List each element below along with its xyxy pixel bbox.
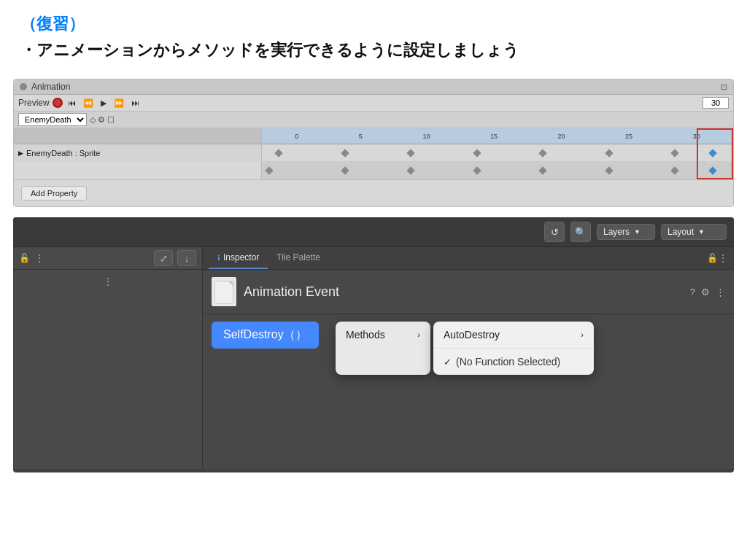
keyframe-2 bbox=[341, 149, 349, 157]
search-icon-btn[interactable]: 🔍 bbox=[570, 222, 591, 242]
doc-icon bbox=[214, 281, 233, 304]
skip-back-button[interactable]: ⏮ bbox=[66, 98, 78, 108]
kf2-1 bbox=[266, 166, 274, 174]
bottom-panel: ↺ 🔍 Layers ▼ Layout ▼ 🔓 ⋮ ⤢ ↓ ⋮ bbox=[13, 217, 734, 472]
more-button[interactable]: ⋮ bbox=[716, 287, 725, 298]
add-key-btn[interactable]: ⚙ bbox=[98, 115, 105, 125]
sidebar-options-icon[interactable]: ⋮ bbox=[34, 252, 44, 264]
timeline-left-ruler bbox=[14, 128, 261, 144]
add-property-button[interactable]: Add Property bbox=[21, 186, 87, 201]
layers-arrow-icon: ▼ bbox=[634, 228, 640, 236]
bottom-toolbar: ↺ 🔍 Layers ▼ Layout ▼ bbox=[13, 217, 734, 247]
preview-label: Preview bbox=[18, 98, 50, 108]
no-function-label: (No Function Selected) bbox=[456, 356, 560, 368]
sidebar-content: ⋮ bbox=[13, 270, 202, 469]
kf2-5 bbox=[538, 166, 546, 174]
history-icon-btn[interactable]: ↺ bbox=[544, 222, 565, 242]
track-expand-icon[interactable]: ▶ bbox=[18, 149, 23, 157]
sidebar-expand-icon-btn[interactable]: ⤢ bbox=[154, 250, 173, 266]
keyframes-row-2 bbox=[262, 162, 733, 179]
submenu-container: Methods › AutoDestroy › ✓ (No Function S… bbox=[336, 322, 594, 375]
ruler-mark-20: 20 bbox=[558, 133, 565, 140]
tab-tile-palette[interactable]: Tile Palette bbox=[268, 247, 329, 269]
help-button[interactable]: ? bbox=[690, 287, 695, 298]
tab-inspector[interactable]: ℹ Inspector bbox=[209, 247, 268, 269]
sidebar-lock-icon: 🔓 bbox=[19, 253, 30, 263]
self-destroy-item[interactable]: SelfDestroy（） bbox=[212, 322, 319, 349]
three-dots-row: ⋮ bbox=[16, 273, 199, 290]
kf2-4 bbox=[473, 166, 481, 174]
keyframes-row-1 bbox=[262, 144, 733, 162]
add-property-row: Add Property bbox=[14, 180, 733, 206]
sidebar-sort-icon-btn[interactable]: ↓ bbox=[177, 250, 196, 266]
layout-dropdown[interactable]: Layout ▼ bbox=[661, 224, 727, 240]
anim-title-dot bbox=[20, 83, 27, 90]
ruler-mark-25: 25 bbox=[625, 133, 632, 140]
skip-forward-button[interactable]: ⏭ bbox=[129, 98, 142, 108]
autodestroy-item[interactable]: AutoDestroy › bbox=[433, 322, 594, 348]
inspector-tab-label: Inspector bbox=[223, 252, 259, 262]
self-destroy-label: SelfDestroy（） bbox=[223, 327, 307, 343]
track-name: EnemyDeath : Sprite bbox=[26, 149, 101, 158]
keyframe-7 bbox=[670, 149, 678, 157]
animation-panel: Animation ⊡ Preview ⏮ ⏪ ▶ ⏩ ⏭ EnemyDeath… bbox=[13, 79, 734, 207]
inspector-panel: ℹ Inspector Tile Palette 🔓 ⋮ Animation E… bbox=[203, 247, 734, 469]
layout-arrow-icon: ▼ bbox=[698, 228, 705, 236]
methods-menu-item[interactable]: Methods › bbox=[336, 322, 430, 348]
ruler-mark-30: 30 bbox=[693, 133, 700, 140]
keyframe-last bbox=[708, 149, 716, 157]
timeline-right: 0 5 10 15 20 25 30 bbox=[262, 128, 733, 179]
anim-clip-row: EnemyDeath ◇ ⚙ ☐ bbox=[14, 112, 733, 128]
record-button[interactable] bbox=[53, 98, 63, 108]
layers-dropdown[interactable]: Layers ▼ bbox=[597, 224, 655, 240]
inspector-dots-icon[interactable]: ⋮ bbox=[718, 252, 728, 264]
anim-event-header: Animation Event ? ⚙ ⋮ bbox=[203, 270, 734, 314]
keyframe-4 bbox=[473, 149, 481, 157]
ruler-marks: 0 5 10 15 20 25 30 bbox=[265, 133, 730, 140]
keyframe-3 bbox=[407, 149, 415, 157]
play-button[interactable]: ▶ bbox=[98, 98, 109, 109]
timeline-ruler-right: 0 5 10 15 20 25 30 bbox=[262, 128, 733, 144]
step-back-button[interactable]: ⏪ bbox=[81, 98, 96, 109]
keyframe-6 bbox=[605, 149, 613, 157]
kf2-last bbox=[708, 166, 716, 174]
layout-label: Layout bbox=[667, 227, 694, 237]
methods-menu: Methods › bbox=[336, 322, 430, 375]
autodestroy-chevron-icon: › bbox=[581, 330, 584, 339]
time-input[interactable] bbox=[703, 97, 729, 109]
top-text-area: （復習） ・アニメーションからメソッドを実行できるように設定しましょう bbox=[0, 0, 747, 79]
settings-button[interactable]: ⚙ bbox=[701, 287, 710, 298]
clip-select[interactable]: EnemyDeath bbox=[18, 113, 87, 126]
inspector-lock-icon: 🔓 bbox=[707, 253, 718, 263]
key-icon-btn[interactable]: ◇ bbox=[90, 115, 96, 125]
ruler-mark-10: 10 bbox=[422, 133, 430, 140]
layers-label: Layers bbox=[603, 227, 630, 237]
kf2-7 bbox=[670, 166, 678, 174]
ruler-mark-0: 0 bbox=[295, 133, 298, 140]
context-menu-area: SelfDestroy（） Methods › AutoDestroy bbox=[212, 322, 725, 349]
sidebar-toolbar: 🔓 ⋮ ⤢ ↓ bbox=[13, 247, 202, 270]
step-forward-button[interactable]: ⏩ bbox=[112, 98, 126, 109]
anim-preview-row: Preview ⏮ ⏪ ▶ ⏩ ⏭ bbox=[14, 95, 733, 112]
inspector-tabs: ℹ Inspector Tile Palette 🔓 ⋮ bbox=[203, 247, 734, 270]
review-label: （復習） bbox=[20, 13, 727, 35]
anim-event-actions: ? ⚙ ⋮ bbox=[690, 287, 725, 298]
sidebar-three-dots: ⋮ bbox=[103, 276, 113, 287]
frame-btn[interactable]: ☐ bbox=[107, 115, 115, 125]
anim-event-title: Animation Event bbox=[244, 284, 683, 300]
anim-event-icon bbox=[212, 277, 236, 306]
timeline-area: ▶ EnemyDeath : Sprite 0 5 10 15 20 25 30 bbox=[14, 128, 733, 180]
anim-panel-title: Animation bbox=[31, 82, 70, 92]
track-header: ▶ EnemyDeath : Sprite bbox=[14, 144, 261, 162]
autodestroy-menu: AutoDestroy › ✓ (No Function Selected) bbox=[433, 322, 594, 375]
methods-label: Methods bbox=[346, 329, 385, 341]
timeline-left: ▶ EnemyDeath : Sprite bbox=[14, 128, 262, 179]
no-function-item[interactable]: ✓ (No Function Selected) bbox=[433, 348, 594, 375]
keyframe-5 bbox=[538, 149, 546, 157]
clip-icons: ◇ ⚙ ☐ bbox=[90, 115, 115, 125]
subtitle: ・アニメーションからメソッドを実行できるように設定しましょう bbox=[20, 39, 727, 61]
methods-chevron-icon: › bbox=[417, 330, 420, 339]
kf2-6 bbox=[605, 166, 613, 174]
anim-resize-icon: ⊡ bbox=[721, 82, 727, 92]
ruler-mark-5: 5 bbox=[359, 133, 363, 140]
